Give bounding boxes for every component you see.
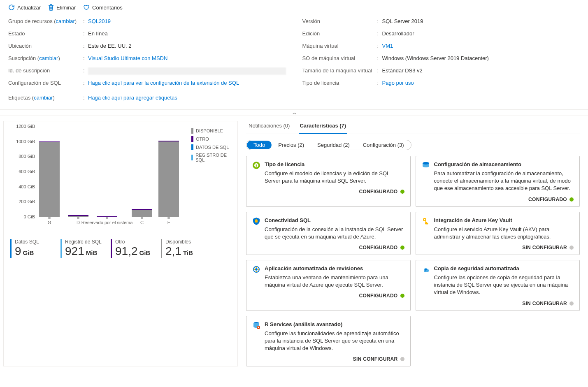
card-status: CONFIGURADO bbox=[252, 189, 404, 195]
status-dot-icon bbox=[400, 190, 404, 194]
legend-swatch bbox=[191, 128, 193, 134]
tags-change-link[interactable]: cambiar bbox=[34, 95, 53, 101]
status-dot-icon bbox=[569, 301, 574, 306]
tags-link[interactable]: Haga clic aquí para agregar etiquetas bbox=[88, 95, 286, 101]
comments-label: Comentarios bbox=[92, 5, 123, 11]
location-value: Este de EE. UU. 2 bbox=[88, 43, 286, 49]
location-label: Ubicación bbox=[8, 43, 83, 49]
stat-label: Otro bbox=[115, 239, 156, 245]
card-title: Tipo de licencia bbox=[265, 161, 404, 167]
category-tick bbox=[141, 217, 143, 219]
vm-size-value: Estándar DS3 v2 bbox=[382, 67, 580, 74]
edition-value: Desarrollador bbox=[382, 30, 580, 37]
bar-segment bbox=[132, 210, 152, 217]
svg-text:$: $ bbox=[256, 164, 257, 167]
tags-label: Etiquetas (cambiar) bbox=[8, 95, 83, 101]
delete-label: Eliminar bbox=[56, 5, 76, 11]
stat-value: 2,1TiB bbox=[165, 245, 206, 258]
feature-card[interactable]: Copia de seguridad automatizadaConfigure… bbox=[416, 260, 580, 311]
feature-cards: $Tipo de licenciaConfigure el modelo de … bbox=[246, 156, 580, 366]
resource-group-value[interactable]: SQL2019 bbox=[88, 18, 286, 24]
card-description: Configure las opciones de copia de segur… bbox=[434, 274, 574, 297]
y-tick: 600 GiB bbox=[10, 169, 35, 174]
feature-card[interactable]: Integración de Azure Key VaultConfigure … bbox=[416, 212, 580, 255]
essentials-section: Grupo de recursos (cambiar) : SQL2019 Es… bbox=[0, 16, 588, 109]
essentials-right: Versión : SQL Server 2019 Edición : Desa… bbox=[302, 17, 580, 106]
trash-icon bbox=[48, 4, 54, 11]
y-tick: 1000 GiB bbox=[10, 139, 35, 144]
legend-item: DATOS DE SQL bbox=[191, 144, 231, 150]
status-dot-icon bbox=[400, 294, 404, 298]
card-title: R Services (análisis avanzado) bbox=[265, 321, 404, 327]
bar-segment bbox=[158, 141, 179, 217]
x-label: D bbox=[77, 220, 80, 225]
card-title: Aplicación automatizada de revisiones bbox=[265, 265, 404, 271]
feature-card[interactable]: Conectividad SQLConfiguración de la cone… bbox=[246, 212, 411, 255]
legend-item: REGISTRO DE SQL bbox=[191, 153, 231, 162]
svg-point-4 bbox=[423, 162, 429, 165]
card-status: CONFIGURADO bbox=[252, 293, 404, 299]
stat-value: 91,2GiB bbox=[115, 245, 156, 258]
category-tick bbox=[106, 217, 108, 219]
feature-card[interactable]: $Tipo de licenciaConfigure el modelo de … bbox=[246, 156, 411, 207]
storage-icon bbox=[422, 161, 430, 169]
card-description: Establezca una ventana de mantenimiento … bbox=[265, 274, 404, 289]
legend-swatch bbox=[191, 144, 193, 150]
tab-features[interactable]: Características (7) bbox=[299, 121, 347, 134]
stat-value: 9GiB bbox=[15, 245, 56, 258]
vm-os-label: SO de máquina virtual bbox=[302, 55, 377, 61]
feature-card[interactable]: Configuración de almacenamientoPara auto… bbox=[416, 156, 580, 207]
features-pane: Notificaciones (0) Características (7) T… bbox=[246, 121, 588, 366]
resource-group-change-link[interactable]: cambiar bbox=[56, 18, 75, 24]
pill-config[interactable]: Configuración (3) bbox=[356, 141, 411, 149]
stat-tile: Registro de SQL921MiB bbox=[60, 239, 106, 258]
legend-label: DATOS DE SQL bbox=[196, 145, 229, 150]
vm-os-value: Windows (Windows Server 2019 Datacenter) bbox=[382, 55, 580, 61]
card-status: CONFIGURADO bbox=[252, 245, 404, 250]
tab-notifications[interactable]: Notificaciones (0) bbox=[248, 121, 291, 134]
legend-item: OTRO bbox=[191, 136, 231, 142]
sql-config-link[interactable]: Haga clic aquí para ver la configuración… bbox=[88, 80, 286, 86]
pill-security[interactable]: Seguridad (2) bbox=[311, 141, 356, 149]
stats-row: Datos SQL9GiBRegistro de SQL921MiBOtro91… bbox=[10, 239, 231, 258]
legend-label: OTRO bbox=[196, 137, 209, 141]
card-description: Para automatizar la configuración de alm… bbox=[434, 170, 574, 192]
collapse-essentials-button[interactable]: ︽ bbox=[0, 109, 588, 116]
feature-card[interactable]: Aplicación automatizada de revisionesEst… bbox=[246, 260, 411, 311]
pill-all[interactable]: Todo bbox=[247, 141, 272, 149]
category-tick bbox=[77, 217, 79, 219]
legend-label: DISPONIBLE bbox=[196, 128, 223, 133]
card-title: Copia de seguridad automatizada bbox=[434, 265, 574, 271]
legend-label: REGISTRO DE SQL bbox=[195, 153, 231, 162]
key-icon bbox=[422, 217, 430, 225]
chart-legend: DISPONIBLEOTRODATOS DE SQLREGISTRO DE SQ… bbox=[187, 126, 231, 233]
pill-pricing[interactable]: Precios (2) bbox=[272, 141, 311, 149]
category-tick bbox=[48, 217, 51, 219]
state-value: En línea bbox=[88, 30, 286, 37]
stat-value: 921MiB bbox=[65, 245, 106, 258]
subscription-change-link[interactable]: cambiar bbox=[39, 55, 58, 61]
x-label: Reservado por el sistema bbox=[81, 220, 133, 225]
delete-button[interactable]: Eliminar bbox=[48, 4, 76, 11]
comments-button[interactable]: Comentarios bbox=[83, 4, 123, 11]
subscription-value[interactable]: Visual Studio Ultimate con MSDN bbox=[88, 55, 286, 61]
vm-value[interactable]: VM1 bbox=[382, 43, 580, 49]
y-tick: 1200 GiB bbox=[10, 124, 35, 129]
card-description: Configure el modelo de licencias y la ed… bbox=[265, 170, 404, 185]
refresh-icon bbox=[8, 4, 15, 11]
status-dot-icon bbox=[400, 357, 404, 361]
license-type-value[interactable]: Pago por uso bbox=[382, 80, 580, 86]
x-label: C bbox=[140, 220, 144, 225]
feature-card[interactable]: R Services (análisis avanzado)Configure … bbox=[246, 316, 411, 367]
version-value: SQL Server 2019 bbox=[382, 18, 580, 24]
patch-icon bbox=[252, 265, 260, 273]
refresh-button[interactable]: Actualizar bbox=[8, 4, 41, 11]
stat-unit: MiB bbox=[86, 249, 98, 256]
card-status: SIN CONFIGURAR bbox=[252, 356, 404, 362]
edition-label: Edición bbox=[302, 30, 377, 37]
stat-unit: TiB bbox=[183, 249, 193, 256]
card-description: Configure las funcionalidades de aprendi… bbox=[265, 330, 404, 352]
chevron-up-double-icon: ︽ bbox=[293, 110, 296, 115]
stat-label: Disponibles bbox=[165, 239, 206, 245]
card-title: Integración de Azure Key Vault bbox=[434, 217, 574, 223]
